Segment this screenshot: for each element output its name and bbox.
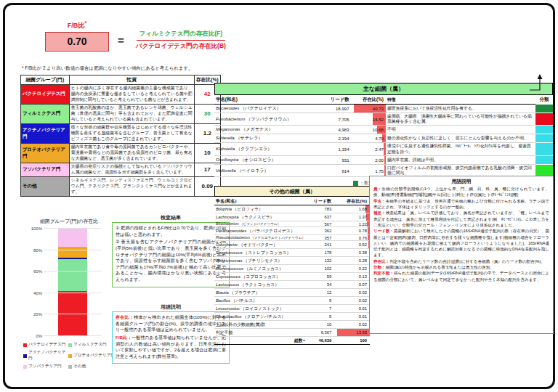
glossary-right-title: 用語説明 xyxy=(373,178,549,185)
genus-abundance-cell: 40.73 xyxy=(354,105,386,113)
report-page: F/B比* 0.70 = フィルミクテス門の存在比(F) バクテロイデテス門の存… xyxy=(0,0,558,392)
glossary-term: 補足： xyxy=(373,211,386,215)
chart-gridline xyxy=(44,228,102,229)
other-genus-abundance-cell: 0.28 xyxy=(337,257,370,265)
phylum-row: フィルミクテス門善玉菌の乳酸菌のほか、悪玉菌であるレンサ球菌、ウェルシュ菌（糞便… xyxy=(21,104,221,123)
other-genus-abundance-cell: 13.65 xyxy=(337,329,370,337)
other-genus-row: Bilophila （ビロフィラ）7831.68 xyxy=(214,205,370,213)
chart-legend-item: その他 xyxy=(68,364,116,369)
other-genus-abundance-cell: 0.78 xyxy=(337,227,370,235)
equals-sign: = xyxy=(118,34,124,46)
other-genus-name-cell: Streptococcus （ストレプトコッカス） xyxy=(214,249,307,257)
other-genus-name-cell: Parabacteroides （パラバクテロイデス） xyxy=(214,227,307,235)
genus-name-cell: Fusobacterium （フソバクテリウム） xyxy=(214,113,321,126)
other-genus-abundance-cell: 0.01 xyxy=(337,305,370,313)
main-genus-row: Klebsiella （クラブシエラ）1,1542.47環境中に生息する通性嫌気… xyxy=(214,143,553,155)
genus-abundance-cell: 10.68 xyxy=(354,126,386,134)
chart-gridline xyxy=(44,250,102,250)
phylum-desc-cell: ヒトの腸内に多く存在する腸内細菌叢の主要な構成菌であり、腸内の免疫系に重要な働き… xyxy=(69,85,194,105)
total-row: 総数= 46,639 100 xyxy=(214,337,370,345)
other-genus-name-cell: Bilophila （ビロフィラ） xyxy=(214,205,307,213)
genus-scientific-name: Fusobacterium xyxy=(216,116,245,121)
phylum-abundance-chart: 細菌グループ(門)の存在比 0%20%40%60%80%100% バクテロイデテ… xyxy=(22,218,116,369)
result-paragraph: ① 肥満の指標とされるF/B比は0.70であり、肥満の可能性は低いと思われます。 xyxy=(116,225,226,237)
chart-legend: バクテロイデテス門フィルミクテス門アクチノバクテリア門プロテオバクテリア門フソバ… xyxy=(23,342,116,369)
genus-feature-cell: 環境中に生息する通性嫌気性桿菌。ｿﾙﾋﾞﾄｰﾙ、ｼｱﾝ化ｶﾘｳﾑ等を代謝し、窒素… xyxy=(386,143,535,155)
glossary-entry: F/B比：一般性のある基準値は知られていませんが、肥満型の人の数値は高い傾向があ… xyxy=(116,335,226,360)
other-genus-scientific-name: Phascolarctobacterium xyxy=(216,236,250,240)
bar-segment xyxy=(58,229,87,247)
legend-swatch xyxy=(68,365,72,369)
phylum-desc-cell: 善玉菌の乳酸菌のほか、悪玉菌であるレンサ球菌、ウェルシュ菌（糞便の悪臭に関与）等… xyxy=(69,104,194,123)
other-header-abundance: 存在比(%) xyxy=(337,197,370,205)
chart-legend-item: フィルミクテス門 xyxy=(68,342,116,348)
genus-scientific-name: Megamonas xyxy=(216,126,240,131)
genus-reads-cell: 4,983 xyxy=(321,126,353,134)
genus-classification-cell xyxy=(535,126,553,134)
genus-feature-cell: 糖の資化性がなく反応性に乏しく、宿主にどんな影響を与えるのか不明。 xyxy=(386,134,535,143)
total-reads: 46,639 xyxy=(307,337,337,345)
main-genus-table: 主な細菌（属） 学名(和名) リード数 存在比(%) 特徴 分類 Bactero… xyxy=(214,83,553,187)
other-genus-row: Leuconostoc （ロイコノストック）70.01 xyxy=(214,305,370,313)
fb-ratio-formula: フィルミクテス門の存在比(F) バクテロイデテス門の存在比(B) xyxy=(133,29,229,52)
chart-gridline xyxy=(44,271,102,271)
other-genus-row: Parabacteroides （パラバクテロイデス）3620.78 xyxy=(214,227,370,235)
other-genus-header-row: 学名(和名) リード数 存在比(%) xyxy=(214,197,370,205)
chart-gridline xyxy=(44,293,102,293)
phylum-name-cell: フソバクテリア門 xyxy=(21,163,70,176)
total-label: 総数= xyxy=(214,337,307,345)
genus-scientific-name: Sutterella xyxy=(216,135,235,140)
other-genus-name-cell: Butyricimonas （ブチリシモナス） xyxy=(214,257,307,265)
glossary-entry: 存在比：判定不能を含めたリード数の合計(総数)に対する各細菌（属）のリード数の割… xyxy=(373,258,549,264)
chart-legend-item: バクテロイデテス門 xyxy=(23,342,68,348)
genus-scientific-name: Klebsiella xyxy=(216,146,235,151)
main-header-classification: 分類 xyxy=(535,96,553,105)
other-genus-abundance-cell: 0.02 xyxy=(337,297,370,305)
phylum-header-row: 細菌グループ(門) 性質 存在比(%) xyxy=(21,75,221,85)
chart-ytick: 0% xyxy=(23,334,42,338)
chart-ytick: 40% xyxy=(23,291,42,295)
main-genus-row: Bacteroides （バクテロイデス）18,99740.73腸管免疫系におい… xyxy=(214,105,553,113)
formula-denominator: バクテロイデテス門の存在比(B) xyxy=(133,41,229,52)
bar-segment xyxy=(58,259,87,291)
stacked-bar xyxy=(58,229,87,336)
other-genus-name-cell: Ruminococcus （ルミノコッカス） xyxy=(214,265,307,273)
other-genus-scientific-name: Ruminococcus xyxy=(216,266,243,271)
other-genus-scientific-name: Coprococcus xyxy=(216,274,240,279)
other-genus-reads-cell: 178 xyxy=(307,249,337,257)
other-genus-scientific-name: Streptococcus xyxy=(216,250,243,255)
other-genus-abundance-cell: 0.13 xyxy=(337,273,370,281)
phylum-row: バクテロイデテス門ヒトの腸内に多く存在する腸内細菌叢の主要な構成菌であり、腸内の… xyxy=(21,85,221,105)
chart-gridline xyxy=(44,335,102,336)
other-genus-scientific-name: Odoribacter xyxy=(216,242,238,247)
main-header-abundance: 存在比(%) xyxy=(354,96,386,105)
genus-reads-cell: 931 xyxy=(321,155,353,164)
other-genus-name-cell: Lachnospira （ラクノスピラ） xyxy=(214,213,307,221)
other-genus-name-cell: Cloacibacillus （クロアシバチルス） xyxy=(214,313,307,321)
legend-swatch xyxy=(23,354,27,358)
glossary-entry: 判定不能：得られた細菌の配列データ(16SrRNA遺伝子配列)の中で、データベー… xyxy=(373,270,549,282)
other-genus-row: Ruminococcus （ルミノコッカス）1020.22 xyxy=(214,265,370,273)
other-genus-scientific-name: Cloacibacillus xyxy=(216,314,241,319)
other-genus-abundance-cell: 0.01 xyxy=(337,313,370,321)
genus-reads-cell: 2,194 xyxy=(321,134,353,143)
main-header-feature: 特徴 xyxy=(386,96,535,105)
other-genus-reads-cell: 241 xyxy=(307,241,337,249)
other-genus-row: Blautia （ブラウチア）120.02 xyxy=(214,289,370,297)
chart-legend-label: その他 xyxy=(73,364,86,369)
genus-classification-cell xyxy=(535,155,553,164)
genus-abundance-cell: 2.00 xyxy=(354,155,386,164)
fb-ratio-value: 0.70 xyxy=(45,32,109,52)
other-genus-table-title: その他の細菌（属） xyxy=(214,186,370,197)
main-genus-table-title: 主な細菌（属） xyxy=(214,83,553,95)
glossary-term: リード数： xyxy=(373,229,394,233)
phylum-header-property: 性質 xyxy=(69,75,194,85)
other-genus-reads-cell: 59 xyxy=(307,273,337,281)
other-genus-scientific-name: Bacillus xyxy=(216,298,230,303)
glossary-entry: リード数：菌叢解析において検出したその菌種の16SrRNA遺伝子配列の数（存在量… xyxy=(373,228,549,258)
fb-ratio-label: F/B比* xyxy=(68,20,86,30)
other-genus-name-cell: Leuconostoc （ロイコノストック） xyxy=(214,305,307,313)
genus-feature-cell: 不明 xyxy=(386,126,535,134)
main-genus-header-row: 学名(和名) リード数 存在比(%) 特徴 分類 xyxy=(214,96,553,105)
other-genus-abundance-cell: 0.02 xyxy=(337,321,370,329)
